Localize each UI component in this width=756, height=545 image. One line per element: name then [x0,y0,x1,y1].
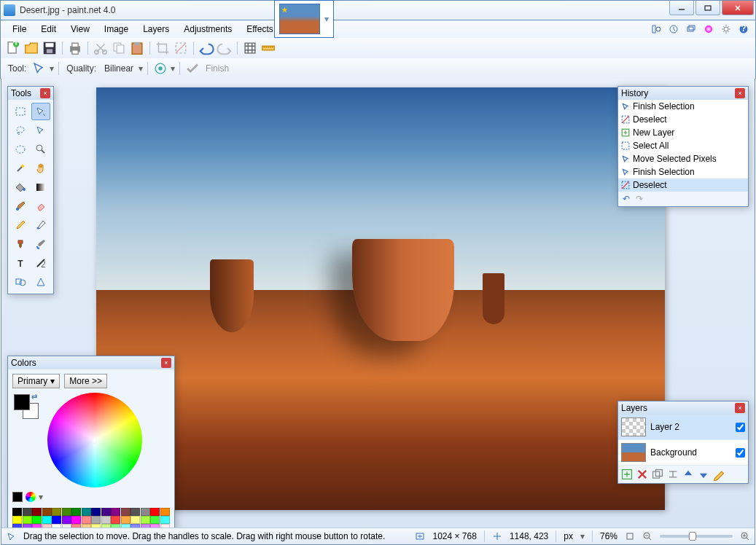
pan-tool[interactable] [31,160,50,177]
more-colors-button[interactable]: More >> [64,374,107,388]
zoom-in-icon[interactable] [740,531,750,541]
palette-swatch[interactable] [111,508,120,516]
document-thumbnail[interactable]: ★ [279,4,320,34]
palette-swatch[interactable] [32,516,42,524]
text-tool[interactable]: T [11,254,30,272]
primary-color-swatch[interactable] [14,394,30,410]
merge-layer-icon[interactable] [666,468,679,481]
palette-swatch[interactable] [42,516,52,524]
palette-swatch[interactable] [12,516,22,524]
ruler-icon[interactable] [260,40,276,56]
line-curve-tool[interactable]: 2 [31,254,50,272]
palette-swatch[interactable] [121,516,130,524]
history-item[interactable]: Finish Selection [618,165,748,179]
zoom-out-icon[interactable] [642,531,652,541]
help-icon[interactable]: ? [736,23,751,36]
layer-row[interactable]: Layer 2 [618,415,748,440]
history-item[interactable]: Finish Selection [618,100,748,113]
history-redo-icon[interactable]: ↷ [636,194,643,204]
history-item[interactable]: Deselect [618,179,748,192]
palette-swatch[interactable] [42,508,52,516]
reset-colors-icon[interactable] [12,492,23,502]
palette-swatch[interactable] [150,516,160,524]
thumbnail-menu-arrow-icon[interactable]: ▾ [324,14,329,24]
palette-swatch[interactable] [160,508,170,516]
maximize-button[interactable] [695,1,720,15]
paste-icon[interactable] [129,40,145,56]
zoom-actual-icon[interactable] [625,531,635,541]
colors-panel-close-icon[interactable]: × [161,358,171,368]
menu-edit[interactable]: Edit [34,22,63,36]
menu-file[interactable]: File [5,22,34,36]
new-file-icon[interactable]: + [5,40,21,56]
sampling-icon[interactable] [152,60,168,77]
gradient-tool[interactable] [31,179,50,196]
menu-view[interactable]: View [63,22,97,36]
tools-toggle-icon[interactable] [649,23,663,36]
status-zoom[interactable]: 76% [600,531,617,541]
duplicate-layer-icon[interactable] [651,468,664,481]
palette-swatch[interactable] [160,516,170,524]
swap-colors-icon[interactable]: ⇄ [31,393,37,401]
settings-icon[interactable] [719,23,733,36]
layer-properties-icon[interactable] [712,468,725,481]
palette-swatch[interactable] [71,516,81,524]
pencil-tool[interactable] [11,216,30,234]
palette-swatch[interactable] [130,516,140,524]
paint-bucket-tool[interactable] [11,179,30,196]
palette-swatch[interactable] [101,508,111,516]
lasso-select-tool[interactable] [11,122,30,139]
tools-panel[interactable]: Tools× T 2 [7,86,54,294]
palette-icon[interactable] [26,492,36,502]
move-selected-tool[interactable] [31,103,50,120]
palette-swatch[interactable] [150,508,160,516]
palette-swatch[interactable] [82,516,91,524]
history-item[interactable]: Select All [618,139,748,152]
palette-swatch[interactable] [101,516,111,524]
undo-icon[interactable] [198,40,214,56]
minimize-button[interactable] [669,1,694,15]
history-item[interactable]: Move Selected Pixels [618,152,748,165]
deselect-icon[interactable] [173,40,189,56]
print-icon[interactable] [67,40,83,56]
palette-swatch[interactable] [23,508,32,516]
grid-icon[interactable] [242,40,258,56]
palette-swatch[interactable] [111,516,120,524]
save-file-icon[interactable] [42,40,58,56]
menu-image[interactable]: Image [97,22,136,36]
finish-check-icon[interactable] [184,60,200,77]
color-picker-tool[interactable] [31,216,50,234]
titlebar[interactable]: Desert.jpg - paint.net 4.0 [0,0,756,20]
tool-selector-icon[interactable] [31,60,47,77]
menu-adjustments[interactable]: Adjustments [176,22,239,36]
magic-wand-tool[interactable] [11,160,30,177]
palette-swatch[interactable] [62,516,71,524]
layer-visibility-checkbox[interactable] [736,423,745,432]
ellipse-select-tool[interactable] [11,141,30,158]
crop-icon[interactable] [155,40,171,56]
history-panel-close-icon[interactable]: × [735,88,745,98]
palette-swatch[interactable] [52,508,61,516]
palette-swatch[interactable] [121,508,130,516]
history-item[interactable]: Deselect [618,113,748,126]
finish-label[interactable]: Finish [203,63,232,74]
history-undo-icon[interactable]: ↶ [623,194,630,204]
palette-swatch[interactable] [12,508,22,516]
history-toggle-icon[interactable] [666,23,681,36]
quality-value[interactable]: Bilinear [101,63,136,74]
colors-panel[interactable]: Colors× Primary▾ More >> ⇄ ▾ [7,356,175,537]
move-selection-tool[interactable] [31,122,50,139]
palette-swatch[interactable] [71,508,81,516]
close-button[interactable] [722,1,754,15]
menu-layers[interactable]: Layers [136,22,176,36]
palette-swatch[interactable] [91,516,101,524]
history-panel[interactable]: History× Finish SelectionDeselectNew Lay… [617,86,749,207]
cut-icon[interactable] [93,40,109,56]
layer-up-icon[interactable] [682,468,695,481]
eraser-tool[interactable] [31,197,50,215]
palette-swatch[interactable] [141,508,150,516]
color-wheel[interactable] [47,393,142,487]
add-layer-icon[interactable] [620,468,634,481]
zoom-tool[interactable] [31,141,50,158]
open-file-icon[interactable] [23,40,39,56]
